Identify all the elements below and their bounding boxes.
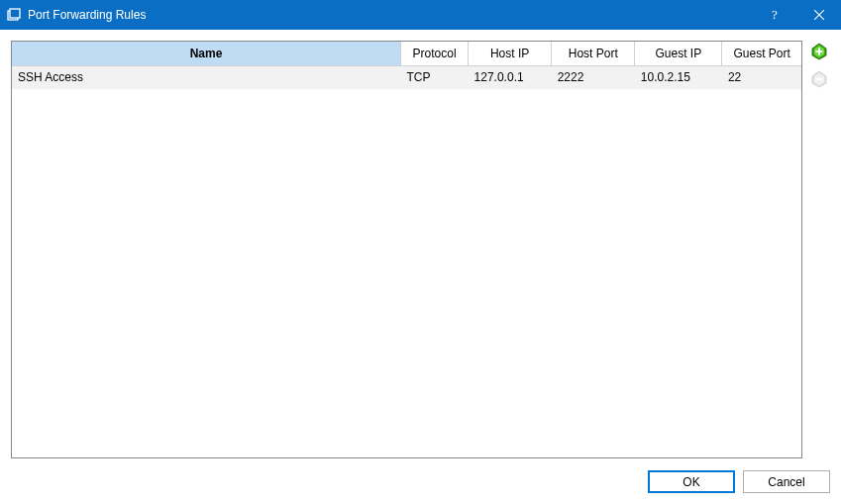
svg-rect-1: [10, 9, 20, 18]
column-header-guest-port[interactable]: Guest Port: [722, 42, 801, 65]
table-row[interactable]: SSH Access TCP 127.0.0.1 2222 10.0.2.15 …: [12, 65, 801, 89]
column-header-guest-ip[interactable]: Guest IP: [635, 42, 722, 65]
dialog-footer: OK Cancel: [0, 464, 841, 504]
cell-protocol[interactable]: TCP: [401, 65, 469, 89]
column-header-host-ip[interactable]: Host IP: [469, 42, 552, 65]
table-header-row: Name Protocol Host IP Host Port Guest IP…: [12, 42, 801, 65]
remove-rule-icon: [810, 70, 828, 91]
titlebar: Port Forwarding Rules ?: [0, 0, 841, 30]
app-icon: [6, 7, 22, 23]
content-area: Name Protocol Host IP Host Port Guest IP…: [0, 30, 841, 464]
side-toolbar: [808, 41, 830, 458]
cell-guest-port[interactable]: 22: [722, 65, 801, 89]
help-button[interactable]: ?: [752, 0, 796, 30]
cancel-button[interactable]: Cancel: [743, 470, 830, 493]
column-header-name[interactable]: Name: [12, 42, 401, 65]
cell-host-ip[interactable]: 127.0.0.1: [469, 65, 552, 89]
cell-name[interactable]: SSH Access: [12, 65, 401, 89]
remove-rule-button: [808, 69, 830, 91]
add-rule-button[interactable]: [808, 42, 830, 63]
window-title: Port Forwarding Rules: [28, 8, 752, 22]
rules-table: Name Protocol Host IP Host Port Guest IP…: [12, 42, 801, 89]
cell-guest-ip[interactable]: 10.0.2.15: [635, 65, 722, 89]
cell-host-port[interactable]: 2222: [552, 65, 635, 89]
ok-button[interactable]: OK: [648, 470, 735, 493]
add-rule-icon: [810, 43, 828, 63]
close-button[interactable]: [796, 0, 841, 30]
column-header-host-port[interactable]: Host Port: [552, 42, 635, 65]
svg-rect-8: [816, 50, 823, 52]
svg-rect-11: [816, 78, 823, 80]
svg-text:?: ?: [772, 8, 778, 22]
rules-table-container: Name Protocol Host IP Host Port Guest IP…: [11, 41, 802, 458]
column-header-protocol[interactable]: Protocol: [401, 42, 469, 65]
titlebar-buttons: ?: [752, 0, 841, 30]
